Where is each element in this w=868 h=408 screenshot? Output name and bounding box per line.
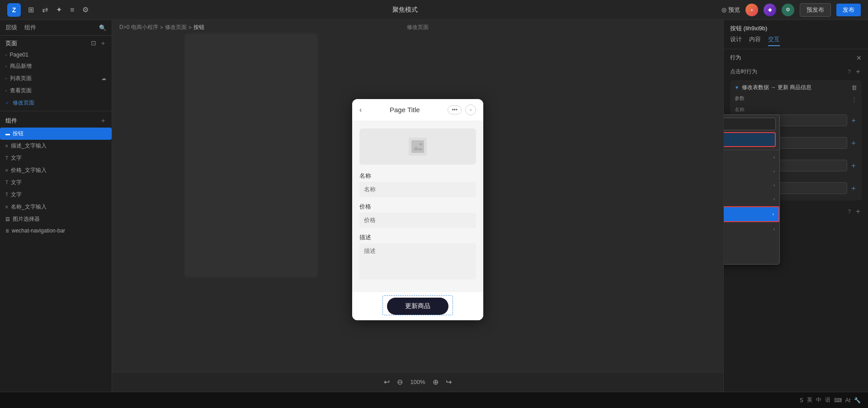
grid-icon[interactable]: ⊞ bbox=[28, 5, 34, 14]
sidebar-item-text2[interactable]: T 文字 bbox=[0, 176, 112, 189]
components-section: 组件 ＋ ▬ 按钮 ≡ 描述_文字输入 T 文字 ≡ 价格_文字输入 T 文字 bbox=[0, 113, 112, 392]
add-component-icon[interactable]: ＋ bbox=[100, 117, 106, 125]
sidebar-item-page-list[interactable]: ▫ 列表页面 ☁ bbox=[0, 72, 112, 85]
sidebar-item-text3[interactable]: T 文字 bbox=[0, 189, 112, 201]
search-icon[interactable]: 🔍 bbox=[99, 24, 106, 31]
dropdown-item-input-box[interactable]: 输入框 › bbox=[724, 206, 779, 222]
tab-content[interactable]: 内容 bbox=[749, 35, 761, 46]
nav-icon: ≣ bbox=[5, 228, 9, 233]
add-image-icon[interactable]: ＋ bbox=[850, 161, 857, 171]
page-icon: ▫ bbox=[5, 88, 7, 93]
canvas-scroll: ‹ Page Title ••• ○ bbox=[112, 20, 723, 372]
zoom-in-button[interactable]: ⊕ bbox=[433, 378, 439, 386]
avatar[interactable]: + bbox=[745, 4, 758, 16]
question-icon2[interactable]: ? bbox=[848, 209, 851, 215]
panel-title: 按钮 (lih9xi9b) bbox=[730, 24, 767, 33]
behavior-row: 行为 ✕ bbox=[730, 54, 862, 62]
sidebar-item-page-view[interactable]: ▫ 查看页面 bbox=[0, 85, 112, 97]
layers-icon[interactable]: ≡ bbox=[70, 6, 74, 14]
phone-circle-button[interactable]: ○ bbox=[465, 104, 476, 115]
publish-button[interactable]: 发布 bbox=[836, 4, 861, 16]
right-panel-body: 行为 ✕ 点击时行为 ? ＋ ▼ 修改表数据 → 更新 商品信息 🗑 bbox=[724, 49, 868, 392]
sidebar-item-button[interactable]: ▬ 按钮 bbox=[0, 128, 112, 140]
focus-mode-label: 聚焦模式 bbox=[392, 6, 418, 14]
sidebar-item-image-picker[interactable]: 🖼 图片选择器 bbox=[0, 213, 112, 225]
phone-footer: 更新商品 148 x 40 (105, 592) bbox=[352, 292, 483, 320]
canvas-toolbar: ↩ ⊖ 100% ⊕ ↪ bbox=[112, 372, 723, 392]
topbar: Z ⊞ ⇄ ✦ ≡ ⚙ 聚焦模式 ◎ 预览 + ◆ ⚙ 预发布 发布 bbox=[0, 0, 868, 20]
bottom-icon-english: 英 bbox=[807, 396, 812, 404]
tab-components[interactable]: 组件 bbox=[24, 24, 36, 32]
chevron-right-icon5: › bbox=[773, 212, 774, 217]
dropdown-item-logic-data[interactable]: 逻辑数据 › bbox=[724, 178, 779, 192]
sidebar-item-text1[interactable]: T 文字 bbox=[0, 152, 112, 164]
sidebar-item-nav-bar[interactable]: ≣ wechat-navigation-bar bbox=[0, 225, 112, 236]
delete-action-icon[interactable]: 🗑 bbox=[851, 84, 857, 91]
tab-layers[interactable]: 层级 bbox=[5, 24, 17, 32]
sidebar-item-page01[interactable]: ▫ Page01 bbox=[0, 49, 112, 60]
dropdown-item-user-data[interactable]: 当前用户数据 › bbox=[724, 150, 779, 164]
bottom-icon-cn2: 语 bbox=[825, 396, 830, 404]
dropdown-item-custom-data[interactable]: 自定义数据 › bbox=[724, 222, 779, 236]
search-result-selected[interactable]: 名称_文字输入 bbox=[724, 132, 776, 147]
breadcrumb-sep1: > bbox=[160, 24, 163, 31]
tab-design[interactable]: 设计 bbox=[730, 35, 742, 46]
add-page-icon[interactable]: ＋ bbox=[100, 39, 106, 47]
params-dots[interactable]: ⋮ bbox=[851, 96, 857, 103]
settings-icon[interactable]: ⚙ bbox=[82, 5, 89, 14]
sidebar-item-desc-input[interactable]: ≡ 描述_文字输入 bbox=[0, 140, 112, 152]
input-price[interactable]: 价格 bbox=[359, 213, 476, 228]
dropdown-item-const-data[interactable]: 常量数据 › bbox=[724, 164, 779, 178]
zoom-out-button[interactable]: ⊖ bbox=[397, 378, 403, 386]
sidebar-item-name-input[interactable]: ≡ 名称_文字输入 bbox=[0, 201, 112, 213]
update-button[interactable]: 更新商品 bbox=[387, 298, 448, 315]
bottom-icon-at: At bbox=[845, 397, 850, 403]
sidebar-item-price-input[interactable]: ≡ 价格_文字输入 bbox=[0, 164, 112, 176]
chevron-right-icon3: › bbox=[774, 183, 775, 188]
add-price-icon[interactable]: ＋ bbox=[850, 184, 857, 193]
dropdown-item-formula[interactable]: 算式 bbox=[724, 250, 779, 264]
phone-title: Page Title bbox=[390, 106, 420, 114]
dropdown-popup: 名称_文字输入 当前用户数据 › 常量数据 › bbox=[724, 114, 780, 265]
back-button[interactable]: ‹ bbox=[359, 106, 362, 114]
divider bbox=[0, 111, 112, 111]
copy-page-icon[interactable]: ⊡ bbox=[91, 39, 96, 47]
input-name[interactable]: 名称 bbox=[359, 182, 476, 197]
field-price: 价格 价格 bbox=[359, 203, 476, 228]
breadcrumb: D>0 电商小程序 > 修改页面 > 按钮 bbox=[119, 24, 204, 31]
undo-button[interactable]: ↩ bbox=[384, 378, 390, 386]
add-action-icon[interactable]: ＋ bbox=[854, 67, 862, 76]
chevron-right-icon6: › bbox=[774, 227, 775, 232]
tab-interaction[interactable]: 交互 bbox=[768, 35, 780, 46]
add-success-icon[interactable]: ＋ bbox=[854, 207, 862, 216]
phone-header: ‹ Page Title ••• ○ bbox=[352, 99, 483, 121]
collapse-icon[interactable]: ▼ bbox=[735, 85, 739, 90]
question-icon[interactable]: ? bbox=[848, 69, 851, 75]
dropdown-item-page-data[interactable]: 页面内数据 › bbox=[724, 192, 779, 206]
phone-dots-button[interactable]: ••• bbox=[448, 105, 462, 114]
avatar2[interactable]: ◆ bbox=[764, 4, 776, 16]
topbar-right: ◎ 预览 + ◆ ⚙ 预发布 发布 bbox=[722, 3, 861, 17]
action-name: 修改表数据 → 更新 商品信息 bbox=[742, 84, 811, 91]
share-icon[interactable]: ⇄ bbox=[42, 5, 48, 14]
right-panel: 按钮 (lih9xi9b) 设计 内容 交互 行为 ✕ 点击时行为 ? ＋ bbox=[723, 20, 868, 392]
add-desc-icon[interactable]: ＋ bbox=[850, 138, 857, 148]
preview-button[interactable]: ◎ 预览 bbox=[722, 6, 740, 14]
pin-icon[interactable]: ✦ bbox=[56, 5, 62, 14]
cloud-icon: ☁ bbox=[101, 76, 106, 81]
sidebar-item-page-edit[interactable]: ✓ 修改页面 bbox=[0, 97, 112, 109]
image-placeholder bbox=[359, 128, 476, 165]
search-input[interactable] bbox=[724, 118, 776, 130]
redo-button[interactable]: ↪ bbox=[446, 378, 452, 386]
input-desc[interactable]: 描述 bbox=[359, 243, 476, 280]
dropdown-item-condition[interactable]: 条件 bbox=[724, 236, 779, 250]
sidebar-item-page-goods-new[interactable]: ▫ 商品新增 bbox=[0, 60, 112, 72]
pre-publish-button[interactable]: 预发布 bbox=[800, 3, 831, 17]
params-header: 参数 ⋮ bbox=[735, 95, 857, 104]
logo[interactable]: Z bbox=[7, 3, 21, 17]
avatar3[interactable]: ⚙ bbox=[782, 4, 794, 16]
close-behavior-icon[interactable]: ✕ bbox=[856, 54, 862, 62]
add-param-icon[interactable]: ＋ bbox=[850, 116, 857, 125]
bottom-icon-keyboard: ⌨ bbox=[834, 397, 842, 403]
breadcrumb-sep2: > bbox=[189, 24, 192, 31]
